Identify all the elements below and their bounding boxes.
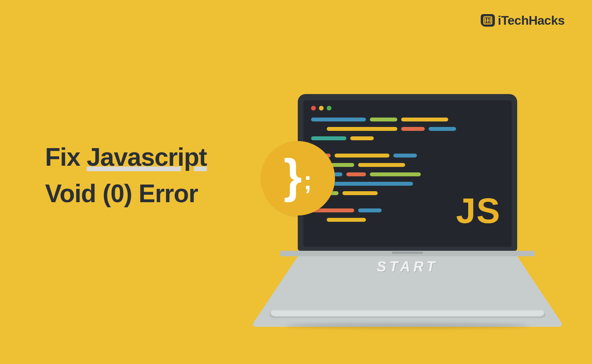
laptop-hinge [280, 251, 535, 256]
brand-badge-icon [480, 13, 496, 28]
brand-name: iTechHacks [498, 13, 565, 28]
headline-line-1: Fix Javascript [45, 139, 207, 176]
window-controls-icon [311, 106, 504, 110]
laptop-illustration: JS } ; START [280, 94, 535, 315]
laptop-base: START [280, 256, 535, 315]
semicolon-glyph: ; [304, 166, 312, 195]
laptop-screen: JS } ; [298, 94, 517, 251]
page-title: Fix Javascript Void (0) Error [45, 139, 207, 212]
laptop-front-lip [267, 310, 547, 316]
brace-glyph: } [284, 152, 302, 199]
curly-brace-badge-icon: } ; [261, 141, 335, 216]
headline-underlined-word: Javascript [87, 143, 207, 171]
js-label: JS [456, 191, 501, 231]
brand-logo: iTechHacks [480, 13, 565, 28]
headline-line-2: Void (0) Error [45, 176, 207, 212]
headline-prefix: Fix [45, 143, 87, 171]
laptop-shadow [286, 323, 529, 328]
keyboard-label: START [377, 259, 438, 275]
